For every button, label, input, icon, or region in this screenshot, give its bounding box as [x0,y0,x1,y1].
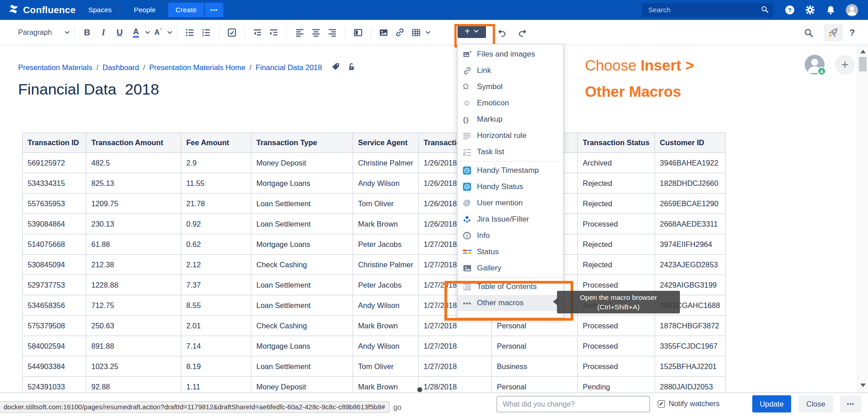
menu-item-info[interactable]: Info [458,227,563,244]
table-handle-dot[interactable] [417,387,422,392]
page-layout-button[interactable] [350,24,366,41]
table-cell[interactable]: Andy Wilson [353,173,419,194]
breadcrumb-link[interactable]: Dashboard [103,63,139,72]
financial-data-table[interactable]: Transaction IDTransaction AmountFee Amou… [22,133,726,397]
menu-item-jira-issue-filter[interactable]: Jira Issue/Filter [458,211,563,227]
bullet-list-button[interactable] [182,24,198,41]
table-cell[interactable]: Peter Jacobs [353,275,419,295]
menu-item-status[interactable]: Status [458,244,563,260]
table-cell[interactable]: 61.88 [86,234,181,255]
align-left-button[interactable] [292,24,308,41]
table-cell[interactable]: 569125972 [23,153,86,173]
table-cell[interactable]: Business [491,356,577,377]
table-cell[interactable]: 534334315 [23,173,86,194]
vertical-scrollbar[interactable] [857,45,868,393]
table-cell[interactable]: Rejected [577,234,655,255]
table-cell[interactable]: 584002594 [23,336,86,356]
table-cell[interactable]: 534658356 [23,295,86,316]
table-cell[interactable]: Andy Wilson [353,295,419,316]
table-cell[interactable]: 891.88 [86,336,181,356]
table-cell[interactable]: Loan Settlement [251,356,353,377]
scroll-up-arrow[interactable] [860,50,866,53]
table-cell[interactable]: 3974EIIFH2964 [655,234,725,255]
table-cell[interactable]: 2668AAEDE3311 [655,214,725,234]
menu-item-files-and-images[interactable]: Files and images [458,46,563,62]
undo-button[interactable] [494,24,510,41]
nav-spaces[interactable]: Spaces [88,6,120,14]
redo-button[interactable] [514,24,531,41]
menu-item-emoticon[interactable]: ☺Emoticon [458,95,563,111]
labels-tag-icon[interactable] [331,62,340,73]
table-cell[interactable]: 0.62 [181,234,251,255]
menu-item-handy-status[interactable]: Handy Status [458,179,563,195]
table-cell[interactable]: 230.13 [86,214,181,234]
table-cell[interactable]: Loan Settlement [251,275,353,295]
table-cell[interactable]: 7.14 [181,336,251,356]
table-cell[interactable]: Processed [577,316,655,336]
scroll-down-arrow[interactable] [860,384,866,387]
nav-people[interactable]: People [134,6,156,14]
table-cell[interactable]: 557635953 [23,194,86,214]
notify-watchers-control[interactable]: ✓ Notify watchers [658,399,720,408]
paragraph-style-select[interactable]: Paragraph [18,28,70,37]
table-cell[interactable]: Loan Settlement [251,295,353,316]
table-cell[interactable]: Loan Settlement [251,214,353,234]
search-icon[interactable] [761,5,769,15]
close-button[interactable]: Close [798,395,833,412]
column-header[interactable]: Service Agent [353,133,419,153]
table-cell[interactable]: Andy Wilson [353,336,419,356]
table-cell[interactable]: Check Cashing [251,255,353,275]
breadcrumb-link[interactable]: Presentation Materials Home [149,63,245,72]
italic-button[interactable]: I [95,24,112,41]
chevron-down-icon[interactable] [167,31,172,34]
table-cell[interactable]: Personal [491,336,577,356]
table-cell[interactable]: 1/27/2018 [418,356,491,377]
table-cell[interactable]: Rejected [577,255,655,275]
table-cell[interactable]: 212.38 [86,255,181,275]
table-cell[interactable]: 539084864 [23,214,86,234]
search-input[interactable] [647,5,761,14]
table-cell[interactable]: 575379508 [23,316,86,336]
menu-item-markup[interactable]: {}Markup [458,111,563,128]
table-cell[interactable]: 2.9 [181,153,251,173]
more-formatting-button[interactable]: A° [150,24,166,41]
table-cell[interactable]: 530845094 [23,255,86,275]
global-search[interactable] [642,3,773,17]
table-cell[interactable]: 2.12 [181,255,251,275]
collaborator-avatar[interactable]: A [805,55,825,75]
create-button[interactable]: Create [168,3,204,17]
notify-watchers-checkbox[interactable]: ✓ [658,400,665,408]
table-cell[interactable]: 529737753 [23,275,86,295]
scrollbar-thumb[interactable] [859,57,867,71]
table-cell[interactable]: 712.75 [86,295,181,316]
footer-more-button[interactable]: ••• [840,395,861,412]
insert-image-button[interactable] [376,24,392,41]
gear-icon[interactable] [805,5,815,15]
table-cell[interactable]: 482.5 [86,153,181,173]
align-center-button[interactable] [308,24,324,41]
menu-item-horizontal-rule[interactable]: Horizontal rule [458,128,563,144]
table-cell[interactable]: Processed [577,356,655,377]
column-header[interactable]: Transaction Type [251,133,353,153]
task-list-button[interactable] [224,24,240,41]
help-icon[interactable]: ? [785,5,795,15]
column-header[interactable]: Fee Amount [181,133,251,153]
table-cell[interactable]: 11.55 [181,173,251,194]
table-cell[interactable]: 1/27/2018 [418,336,491,356]
find-replace-icon[interactable] [801,24,817,41]
table-cell[interactable]: Rejected [577,173,655,194]
menu-item-gallery[interactable]: Gallery [458,260,563,276]
bell-icon[interactable] [826,5,835,15]
update-button[interactable]: Update [752,395,791,412]
table-cell[interactable]: Processed [577,336,655,356]
table-cell[interactable]: 544903384 [23,356,86,377]
table-cell[interactable]: 1023.25 [86,356,181,377]
table-cell[interactable]: Rejected [577,194,655,214]
unrestricted-lock-icon[interactable] [348,62,355,73]
table-cell[interactable]: 2659EBCAE1290 [655,194,725,214]
indent-button[interactable] [266,24,282,41]
table-cell[interactable]: 1878CHBGF3872 [655,316,725,336]
confluence-logo[interactable]: Confluence [8,4,75,17]
table-cell[interactable]: 3355FCJDC1967 [655,336,725,356]
menu-item-link[interactable]: Link [458,62,563,79]
